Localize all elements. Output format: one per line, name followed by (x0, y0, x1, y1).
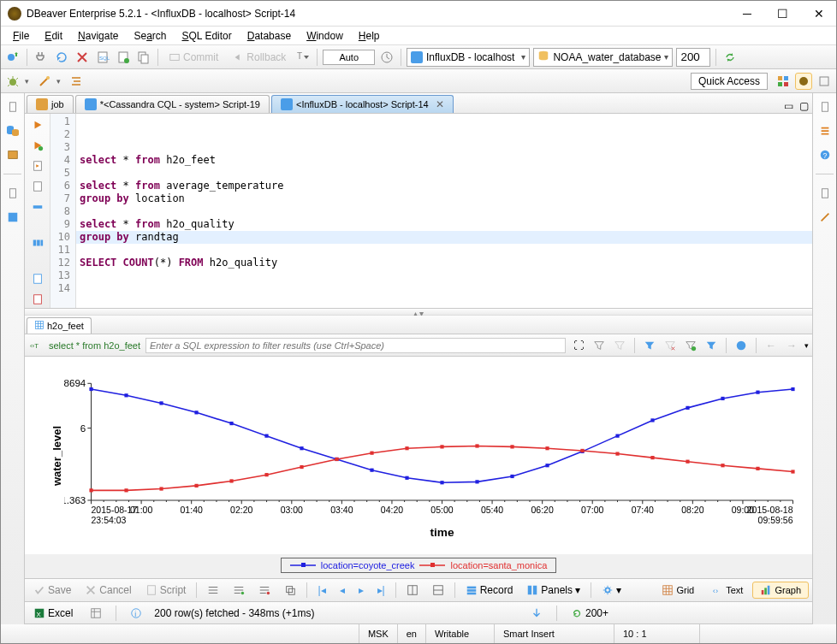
view-graph-button[interactable]: Graph (752, 582, 809, 599)
indent-icon[interactable] (68, 73, 85, 90)
menu-navigate[interactable]: Navigate (71, 28, 125, 44)
status-info-icon[interactable]: i (125, 606, 147, 621)
link-icon[interactable] (30, 271, 45, 287)
restore-right-view-icon[interactable] (816, 98, 834, 115)
restore-view-icon[interactable] (4, 98, 21, 115)
minimize-editor-icon[interactable]: ▭ (781, 99, 795, 113)
plug-icon[interactable] (33, 49, 50, 66)
bug-icon[interactable] (4, 73, 21, 90)
templates-icon[interactable] (816, 209, 834, 226)
minimize-button[interactable]: ─ (738, 5, 757, 22)
sql-new-icon[interactable] (115, 49, 132, 66)
datasource-selector[interactable]: InfluxDB - localhost ▾ (407, 48, 530, 67)
fetch-all-icon[interactable] (525, 606, 548, 621)
code-textarea[interactable]: select * from h2o_feet select * from ave… (76, 114, 812, 308)
filter-custom-icon[interactable] (642, 338, 657, 353)
edit-mode-icon[interactable] (202, 582, 224, 598)
prev-page-icon[interactable]: ◂ (335, 582, 350, 598)
export-excel-button[interactable]: XExcel (28, 606, 78, 621)
settings-icon[interactable]: ▾ (597, 582, 626, 598)
restore-right-view-2-icon[interactable] (816, 185, 834, 202)
duplicate-row-icon[interactable] (279, 582, 301, 598)
close-tab-icon[interactable]: ✕ (436, 98, 444, 110)
menu-database[interactable]: Database (240, 28, 298, 44)
panels-button[interactable]: Panels ▾ (521, 582, 585, 598)
record-button[interactable]: Record (460, 582, 519, 598)
tab-influxdb-script[interactable]: <InfluxDB - localhost> Script-14✕ (271, 95, 454, 113)
outline-icon[interactable] (816, 122, 834, 139)
perspective-dbeaver-icon[interactable] (795, 73, 812, 90)
color-settings-icon[interactable] (733, 338, 749, 353)
wand-icon[interactable] (36, 73, 53, 90)
add-row-icon[interactable] (228, 582, 250, 598)
view-grid-button[interactable]: Grid (654, 582, 702, 599)
horizontal-splitter[interactable]: ▴ ▾ (25, 309, 812, 316)
svg-rect-125 (229, 422, 233, 425)
save-icon[interactable] (30, 292, 45, 307)
database-navigator-icon[interactable] (4, 122, 21, 139)
filter-apply-icon[interactable] (591, 338, 607, 353)
projects-icon[interactable] (4, 146, 21, 163)
maximize-editor-icon[interactable]: ▢ (797, 99, 810, 113)
toggle-layout-icon[interactable] (401, 582, 424, 598)
new-connection-icon[interactable] (4, 49, 21, 66)
explain-icon[interactable] (30, 199, 45, 215)
filter-expression-input[interactable] (145, 338, 566, 353)
export-icon[interactable] (85, 606, 107, 621)
menu-sqleditor[interactable]: SQL Editor (175, 28, 238, 44)
status-timezone[interactable]: MSK (359, 624, 397, 643)
first-page-icon[interactable]: |◂ (312, 582, 330, 598)
explain-plan-icon[interactable] (30, 179, 45, 194)
execute-script-icon[interactable] (30, 158, 45, 174)
filter-reset-icon[interactable] (612, 338, 627, 353)
next-page-icon[interactable]: ▸ (353, 582, 369, 598)
menu-edit[interactable]: Edit (38, 28, 69, 44)
refresh-button[interactable]: 200+ (566, 606, 614, 621)
help-icon[interactable]: ? (816, 146, 834, 163)
filter-save-icon[interactable] (683, 338, 698, 353)
menu-help[interactable]: Help (352, 28, 387, 44)
filter-remove-icon[interactable] (662, 338, 678, 353)
menu-window[interactable]: Window (300, 28, 350, 44)
delete-row-icon[interactable] (253, 582, 276, 598)
tab-job[interactable]: job (27, 95, 74, 113)
quick-access-input[interactable]: Quick Access (691, 73, 768, 90)
close-button[interactable]: ✕ (809, 5, 829, 22)
sync-icon[interactable] (721, 49, 739, 66)
reconnect-icon[interactable] (53, 49, 70, 66)
catalog-selector[interactable]: NOAA_water_database ▾ (533, 48, 673, 67)
disconnect-icon[interactable] (74, 49, 91, 66)
project-explorer-icon[interactable] (4, 209, 21, 226)
filter-toggle-icon[interactable]: ‹›T (28, 338, 44, 353)
last-page-icon[interactable]: ▸| (372, 582, 390, 598)
execute-new-tab-icon[interactable] (30, 138, 45, 153)
save-result-button[interactable]: Save (28, 582, 76, 598)
history-icon[interactable] (378, 49, 395, 66)
sql-history-icon[interactable] (135, 49, 152, 66)
nav-back-icon[interactable]: ← (763, 338, 779, 353)
transaction-dropdown-icon[interactable]: T (294, 49, 312, 66)
nav-fwd-icon[interactable]: → (784, 338, 799, 353)
load-icon[interactable] (30, 235, 45, 251)
result-tab-h2o-feet[interactable]: h2o_feet (27, 317, 92, 334)
script-result-button[interactable]: Script (140, 582, 192, 598)
toggle-panel-icon[interactable] (427, 582, 449, 598)
perspective-other-icon[interactable] (816, 73, 833, 90)
row-limit-input[interactable] (676, 48, 710, 67)
execute-icon[interactable] (30, 117, 45, 133)
cancel-result-button[interactable]: Cancel (80, 582, 136, 598)
menu-file[interactable]: File (6, 28, 36, 44)
minimize-view-icon[interactable] (4, 185, 21, 202)
commit-button[interactable]: Commit (163, 50, 223, 65)
rollback-button[interactable]: Rollback (227, 50, 291, 65)
expand-icon[interactable]: ⛶ (571, 338, 586, 353)
view-text-button[interactable]: ‹›Text (703, 582, 751, 599)
tab-cassandra-script[interactable]: *<Cassandra CQL - system> Script-19 (75, 95, 270, 113)
menu-search[interactable]: Search (127, 28, 173, 44)
perspective-db-icon[interactable] (775, 73, 792, 90)
sql-file-icon[interactable]: SQL (94, 49, 111, 66)
auto-commit-toggle[interactable]: Auto (323, 50, 375, 65)
status-language[interactable]: en (397, 624, 425, 643)
maximize-button[interactable]: ☐ (772, 5, 793, 22)
filter-history-icon[interactable] (703, 338, 719, 353)
